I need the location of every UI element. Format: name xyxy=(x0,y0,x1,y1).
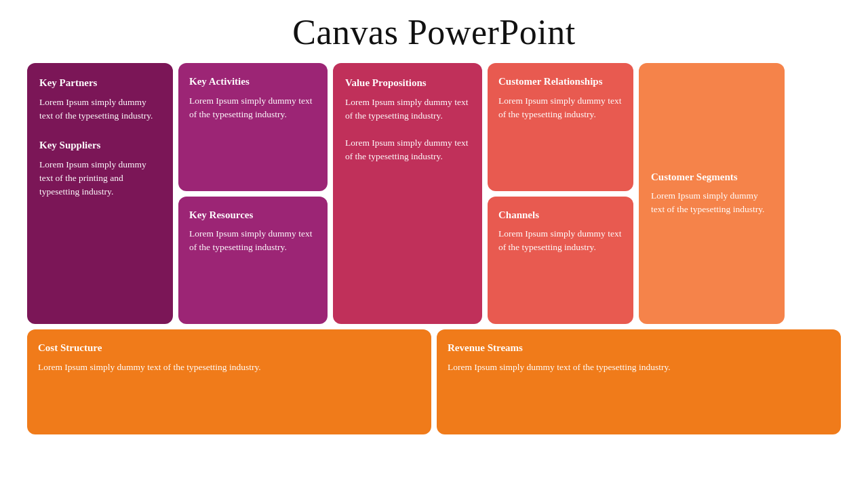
canvas-grid: Key Partners Lorem Ipsum simply dummy te… xyxy=(27,63,841,434)
cost-structure-text: Lorem Ipsum simply dummy text of the typ… xyxy=(38,361,420,374)
key-activities-card: Key Activities Lorem Ipsum simply dummy … xyxy=(178,63,328,191)
key-partners-section: Key Partners Lorem Ipsum simply dummy te… xyxy=(39,77,161,123)
cost-structure-title: Cost Structure xyxy=(38,342,420,355)
key-partners-card: Key Partners Lorem Ipsum simply dummy te… xyxy=(27,63,173,324)
value-propositions-extra: Lorem Ipsum simply dummy text of the typ… xyxy=(345,136,470,164)
top-grid: Key Partners Lorem Ipsum simply dummy te… xyxy=(27,63,841,324)
customer-segments-text: Lorem Ipsum simply dummy text of the typ… xyxy=(651,189,772,217)
cost-structure-card: Cost Structure Lorem Ipsum simply dummy … xyxy=(27,329,431,434)
customer-segments-card: Customer Segments Lorem Ipsum simply dum… xyxy=(639,63,785,324)
customer-relationships-text: Lorem Ipsum simply dummy text of the typ… xyxy=(498,94,623,122)
key-suppliers-section: Key Suppliers Lorem Ipsum simply dummy t… xyxy=(39,139,161,199)
key-partners-text: Lorem Ipsum simply dummy text of the typ… xyxy=(39,96,161,123)
key-resources-card: Key Resources Lorem Ipsum simply dummy t… xyxy=(178,197,328,325)
key-activities-text: Lorem Ipsum simply dummy text of the typ… xyxy=(189,94,317,122)
customer-segments-title: Customer Segments xyxy=(651,171,772,184)
key-partners-title: Key Partners xyxy=(39,77,161,90)
col-key-partners: Key Partners Lorem Ipsum simply dummy te… xyxy=(27,63,173,324)
key-suppliers-title: Key Suppliers xyxy=(39,139,161,152)
page-title: Canvas PowerPoint xyxy=(0,0,868,63)
value-propositions-card: Value Propositions Lorem Ipsum simply du… xyxy=(333,63,482,324)
value-propositions-text2: Lorem Ipsum simply dummy text of the typ… xyxy=(345,136,470,164)
channels-card: Channels Lorem Ipsum simply dummy text o… xyxy=(488,197,633,325)
col-customer-relationships: Customer Relationships Lorem Ipsum simpl… xyxy=(488,63,633,324)
channels-text: Lorem Ipsum simply dummy text of the typ… xyxy=(498,227,623,255)
value-propositions-title: Value Propositions xyxy=(345,77,470,90)
col-key-activities: Key Activities Lorem Ipsum simply dummy … xyxy=(178,63,328,324)
revenue-streams-card: Revenue Streams Lorem Ipsum simply dummy… xyxy=(437,329,841,434)
customer-relationships-title: Customer Relationships xyxy=(498,75,623,89)
col-customer-segments: Customer Segments Lorem Ipsum simply dum… xyxy=(639,63,785,324)
revenue-streams-text: Lorem Ipsum simply dummy text of the typ… xyxy=(448,361,830,374)
key-resources-title: Key Resources xyxy=(189,209,317,222)
channels-title: Channels xyxy=(498,209,623,222)
col-value-propositions: Value Propositions Lorem Ipsum simply du… xyxy=(333,63,482,324)
key-resources-text: Lorem Ipsum simply dummy text of the typ… xyxy=(189,227,317,255)
key-suppliers-text: Lorem Ipsum simply dummy text of the pri… xyxy=(39,158,161,199)
revenue-streams-title: Revenue Streams xyxy=(448,342,830,355)
key-activities-title: Key Activities xyxy=(189,75,317,89)
bottom-grid: Cost Structure Lorem Ipsum simply dummy … xyxy=(27,329,841,434)
value-propositions-text1: Lorem Ipsum simply dummy text of the typ… xyxy=(345,96,470,123)
customer-relationships-card: Customer Relationships Lorem Ipsum simpl… xyxy=(488,63,633,191)
